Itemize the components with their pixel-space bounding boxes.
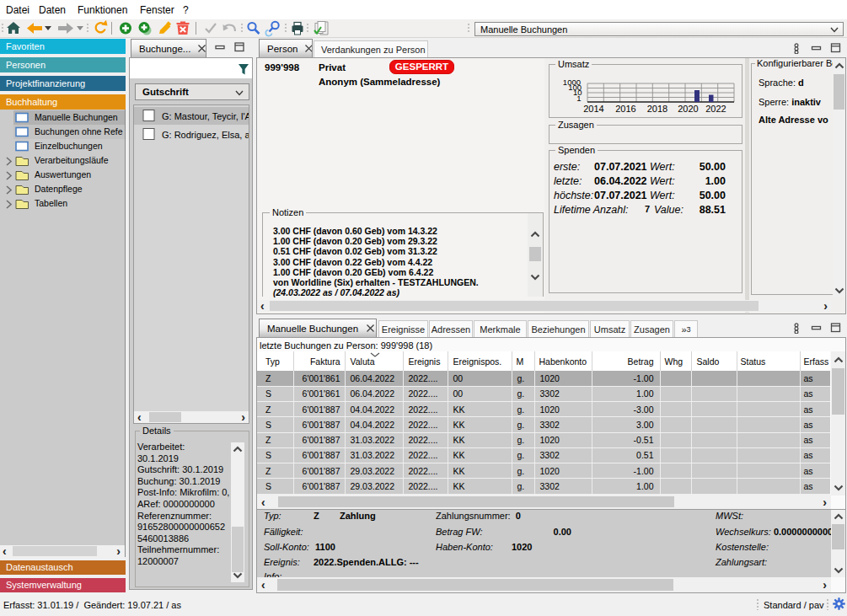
svg-text:2018: 2018 (647, 104, 667, 114)
svg-text:2020: 2020 (678, 104, 698, 114)
svg-text:2016: 2016 (615, 104, 635, 114)
svg-text:2014: 2014 (583, 104, 603, 114)
svg-text:1: 1 (576, 94, 581, 103)
svg-text:2022: 2022 (705, 104, 726, 114)
